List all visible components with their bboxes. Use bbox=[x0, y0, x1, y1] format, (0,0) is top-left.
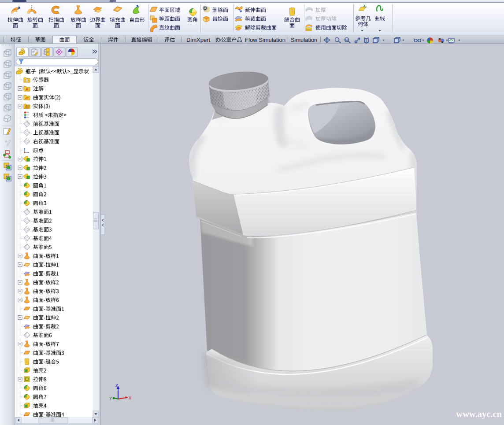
svg-text:Flow Simulation: Flow Simulation bbox=[245, 37, 285, 43]
svg-text:Y: Y bbox=[109, 396, 112, 401]
svg-text:X: X bbox=[129, 396, 131, 401]
svg-text:Z: Z bbox=[115, 384, 118, 388]
svg-text:DimXpert: DimXpert bbox=[186, 37, 211, 43]
svg-text:www.ayc.cn: www.ayc.cn bbox=[456, 409, 502, 419]
svg-text:Simulation: Simulation bbox=[291, 37, 318, 43]
svg-text:A: A bbox=[26, 87, 29, 92]
